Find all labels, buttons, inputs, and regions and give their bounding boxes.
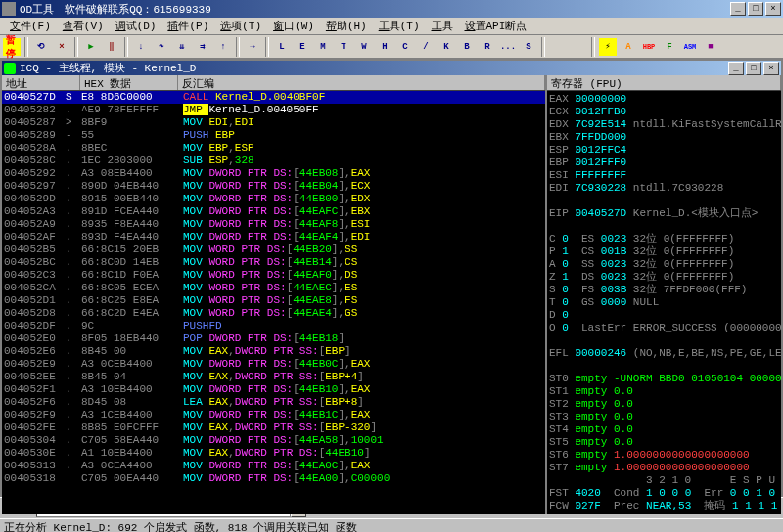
register-row[interactable]: EIP 0040527D Kernel_D.<模块入口点> (549, 207, 779, 220)
minimize-button[interactable]: _ (730, 2, 746, 16)
register-row[interactable]: 3 2 1 0 E S P U O Z D I (549, 474, 779, 487)
blank-1[interactable] (548, 37, 568, 57)
disasm-row[interactable]: 0040528C.1EC 2803000SUB ESP,328 (2, 155, 545, 167)
register-row[interactable]: ST6 empty 1.0000000000000000000 (549, 449, 779, 462)
maximize-button[interactable]: □ (748, 2, 763, 16)
window-btn-E[interactable]: E (293, 37, 312, 57)
goto-button[interactable]: → (243, 37, 262, 57)
trace-into-button[interactable]: ⇊ (172, 37, 192, 57)
disasm-row[interactable]: 0040527D$E8 8D6C0000CALL Kernel_D.0040BF… (2, 91, 545, 104)
disasm-row[interactable]: 00405297.890D 04EB440MOV DWORD PTR DS:[4… (2, 180, 545, 193)
register-row[interactable]: EDI 7C930228 ntdll.7C930228 (549, 182, 779, 195)
menu-item[interactable]: 工具(T) (373, 19, 426, 33)
child-maximize[interactable]: □ (746, 62, 761, 75)
menu-item[interactable]: 帮助(H) (320, 19, 373, 33)
register-row[interactable]: FCW 027F Prec NEAR,53 掩码 1 1 1 1 1 1 (549, 500, 779, 512)
disasm-row[interactable]: 004052E0.8F05 18EB440POP DWORD PTR DS:[4… (2, 332, 545, 345)
menu-item[interactable]: 选项(T) (214, 19, 267, 33)
close-button[interactable]: × (765, 2, 781, 16)
disasm-row[interactable]: 00405304.C705 58EA440MOV DWORD PTR DS:[4… (2, 434, 545, 447)
play-button[interactable]: ▶ (81, 37, 101, 57)
disasm-row[interactable]: 0040528A.8BECMOV EBP,ESP (2, 142, 545, 155)
menu-item[interactable]: 工具 (426, 19, 459, 33)
register-row[interactable]: P 1 CS 001B 32位 0(FFFFFFFF) (549, 245, 779, 258)
register-row[interactable]: ECX 0012FFB0 (549, 106, 779, 118)
register-row[interactable] (549, 360, 779, 373)
register-row[interactable]: A 0 SS 0023 32位 0(FFFFFFFF) (549, 258, 779, 271)
register-row[interactable] (549, 220, 779, 233)
window-btn-T[interactable]: T (334, 37, 353, 57)
disasm-row[interactable]: 00405318 C705 00EA440MOV DWORD PTR DS:[4… (2, 472, 545, 485)
disasm-row[interactable]: 0040529D.8915 00EB440MOV DWORD PTR DS:[4… (2, 193, 545, 205)
tool-1[interactable]: ⚡ (598, 37, 618, 57)
register-row[interactable]: EDX 7C92E514 ntdll.KiFastSystemCallRet (549, 118, 779, 131)
disasm-row[interactable]: 004052BC.66:8C0D 14EBMOV WORD PTR DS:[44… (2, 256, 545, 269)
step-into-button[interactable]: ↓ (131, 37, 151, 57)
disasm-row[interactable]: 00405287>8BF9MOV EDI,EDI (2, 116, 545, 129)
pause-button[interactable]: 暂停 (2, 37, 22, 57)
register-row[interactable]: T 0 GS 0000 NULL (549, 296, 779, 309)
register-row[interactable]: EFL 00000246 (NO,NB,E,BE,NS,PE,GE,LE) (549, 347, 779, 360)
window-btn-/[interactable]: / (416, 37, 436, 57)
tool-3[interactable]: F (660, 37, 679, 57)
disasm-row[interactable]: 004052B5.66:8C15 20EBMOV WORD PTR DS:[44… (2, 244, 545, 256)
disasm-row[interactable]: 00405292.A3 08EB4400MOV DWORD PTR DS:[44… (2, 167, 545, 180)
menu-item[interactable]: 文件(F) (4, 19, 57, 33)
disasm-row[interactable]: 004052AF.893D F4EA440MOV DWORD PTR DS:[4… (2, 231, 545, 244)
register-row[interactable]: ST3 empty 0.0 (549, 411, 779, 423)
disasm-row[interactable]: 004052D8.66:8C2D E4EAMOV WORD PTR DS:[44… (2, 307, 545, 320)
disasm-row[interactable]: 0040530E.A1 10EB4400MOV EAX,DWORD PTR DS… (2, 447, 545, 460)
register-row[interactable]: EBX 7FFDD000 (549, 131, 779, 144)
child-minimize[interactable]: _ (728, 62, 744, 75)
register-row[interactable]: ST0 empty -UNORM BBD0 01050104 00000000 (549, 373, 779, 385)
window-btn-K[interactable]: K (437, 37, 456, 57)
menu-item[interactable]: 窗口(W) (267, 19, 320, 33)
register-row[interactable]: ESI FFFFFFFF (549, 169, 779, 182)
register-row[interactable]: FST 4020 Cond 1 0 0 0 Err 0 0 1 0 0 0 0 … (549, 487, 779, 500)
window-btn-S[interactable]: S (519, 37, 538, 57)
disasm-row[interactable]: 004052CA.66:8C05 ECEAMOV WORD PTR DS:[44… (2, 282, 545, 294)
step-over-button[interactable]: ↷ (152, 37, 171, 57)
register-row[interactable]: ST4 empty 0.0 (549, 423, 779, 436)
register-row[interactable]: ST7 empty 1.0000000000000000000 (549, 462, 779, 474)
disasm-row[interactable]: 004052A9.8935 F8EA440MOV DWORD PTR DS:[4… (2, 218, 545, 231)
register-row[interactable]: O 0 LastErr ERROR_SUCCESS (00000000) (549, 322, 779, 334)
window-btn-R[interactable]: R (478, 37, 497, 57)
disasm-row[interactable]: 004052E9.A3 0CEB4400MOV DWORD PTR DS:[44… (2, 358, 545, 371)
window-btn-M[interactable]: M (313, 37, 333, 57)
disasm-row[interactable]: 00405289-55PUSH EBP (2, 129, 545, 142)
disasm-row[interactable]: 004052D1.66:8C25 E8EAMOV WORD PTR DS:[44… (2, 294, 545, 307)
disasm-row[interactable]: 004052C3.66:8C1D F0EAMOV WORD PTR DS:[44… (2, 269, 545, 282)
tool-2[interactable]: A (619, 37, 638, 57)
register-row[interactable]: EBP 0012FFF0 (549, 156, 779, 169)
blank-2[interactable] (569, 37, 588, 57)
window-btn-H[interactable]: H (375, 37, 394, 57)
registers-pane[interactable]: 寄存器 (FPU) EAX 00000000ECX 0012FFB0EDX 7C… (547, 75, 781, 514)
disasm-row[interactable]: 004052FE.8B85 E0FCFFFMOV EAX,DWORD PTR S… (2, 421, 545, 434)
disassembly-pane[interactable]: 地址 HEX 数据 反汇编 0040527D$E8 8D6C0000CALL K… (2, 75, 545, 514)
register-row[interactable]: Z 1 DS 0023 32位 0(FFFFFFFF) (549, 271, 779, 284)
disasm-row[interactable]: 004052EE.8B45 04MOV EAX,DWORD PTR SS:[EB… (2, 371, 545, 383)
window-btn-B[interactable]: B (457, 37, 477, 57)
run-till-return-button[interactable]: ↑ (213, 37, 233, 57)
disasm-row[interactable]: 004052E6.8B45 00MOV EAX,DWORD PTR SS:[EB… (2, 345, 545, 358)
close-btn[interactable]: × (52, 37, 71, 57)
register-row[interactable]: ST2 empty 0.0 (549, 398, 779, 411)
disasm-row[interactable]: 004052F9.A3 1CEB4400MOV DWORD PTR DS:[44… (2, 409, 545, 421)
disasm-row[interactable]: 004052A3.891D FCEA440MOV DWORD PTR DS:[4… (2, 205, 545, 218)
window-btn-C[interactable]: C (395, 37, 415, 57)
disasm-row[interactable]: 004052DF.9CPUSHFD (2, 320, 545, 332)
child-close[interactable]: × (763, 62, 779, 75)
restart-button[interactable]: ⟲ (31, 37, 51, 57)
register-row[interactable] (549, 334, 779, 347)
disasm-row[interactable]: 004052F1.A3 10EB4400MOV DWORD PTR DS:[44… (2, 383, 545, 396)
window-btn-W[interactable]: W (354, 37, 374, 57)
pause-icon-button[interactable]: ‖ (102, 37, 121, 57)
menu-item[interactable]: 设置API断点 (459, 19, 533, 33)
disasm-row[interactable]: 00405313.A3 0CEA4400MOV DWORD PTR DS:[44… (2, 460, 545, 472)
window-btn-L[interactable]: L (272, 37, 292, 57)
register-row[interactable] (549, 195, 779, 207)
tool-asm[interactable]: ASM (680, 37, 700, 57)
register-row[interactable]: C 0 ES 0023 32位 0(FFFFFFFF) (549, 233, 779, 245)
trace-over-button[interactable]: ⇉ (193, 37, 212, 57)
